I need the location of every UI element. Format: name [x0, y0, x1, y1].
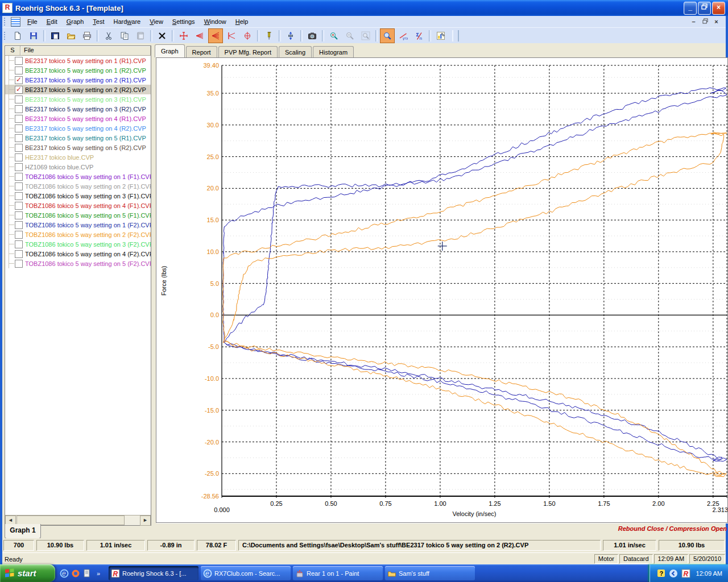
mdi-restore-button[interactable]	[700, 18, 710, 26]
file-row[interactable]: ✓BE2317 tokico 5 way setting on 2 (R1).C…	[5, 75, 151, 85]
file-row[interactable]: BE2317 tokico 5 way setting on 5 (R1).CV…	[5, 133, 151, 143]
file-checkbox[interactable]	[15, 163, 23, 171]
file-checkbox[interactable]	[15, 57, 23, 65]
hide-icons-chevron[interactable]	[669, 569, 678, 578]
menu-test[interactable]: Test	[88, 17, 109, 26]
file-checkbox[interactable]	[15, 211, 23, 219]
file-checkbox[interactable]	[15, 153, 23, 161]
new-document-button[interactable]	[10, 28, 25, 43]
file-row[interactable]: TOBZ1086 tokico 5 way setting on 5 (F2).…	[5, 259, 151, 268]
template-button[interactable]	[48, 28, 63, 43]
file-row[interactable]: BE2317 tokico 5 way setting on 1 (R2).CV…	[5, 65, 151, 75]
file-checkbox[interactable]	[15, 124, 23, 132]
tab-pvp-mfg-report[interactable]: PVP Mfg. Report	[218, 46, 278, 57]
curve-flag-button[interactable]	[224, 28, 239, 43]
file-row[interactable]: TOBZ1086 tokico 5 way setting on 1 (F2).…	[5, 220, 151, 230]
menu-graph[interactable]: Graph	[62, 17, 89, 26]
task-button[interactable]: eRX7Club.com - Searc...	[201, 566, 291, 580]
mdi-minimize-button[interactable]: –	[689, 18, 698, 26]
file-row[interactable]: TOBZ1086 tokico 5 way setting on 3 (F2).…	[5, 239, 151, 249]
file-row[interactable]: BE2317 tokico 5 way setting on 4 (R2).CV…	[5, 123, 151, 133]
file-checkbox[interactable]	[15, 202, 23, 210]
cut-button[interactable]	[101, 28, 116, 43]
curve-fan-button[interactable]	[192, 28, 207, 43]
tab-graph[interactable]: Graph	[155, 44, 185, 57]
menu-view[interactable]: View	[145, 17, 168, 26]
camera-button[interactable]	[305, 28, 320, 43]
menu-settings[interactable]: Settings	[168, 17, 200, 26]
curve-left-button[interactable]	[208, 28, 223, 43]
menu-hardware[interactable]: Hardware	[109, 17, 146, 26]
menu-file[interactable]: File	[23, 17, 42, 26]
help-badge-icon[interactable]: ?	[657, 569, 665, 577]
file-row[interactable]: BE2317 tokico 5 way setting on 3 (R2).CV…	[5, 104, 151, 114]
task-button[interactable]: Rear 1 on 1 - Paint	[293, 566, 383, 580]
file-checkbox[interactable]: ✓	[15, 86, 23, 94]
restore-button[interactable]	[698, 2, 711, 15]
magnify-button[interactable]	[380, 28, 395, 43]
menubar-grip[interactable]	[4, 18, 8, 26]
file-checkbox[interactable]	[15, 144, 23, 152]
file-row[interactable]: HE2317 tokico blue.CVP	[5, 152, 151, 162]
start-button[interactable]: start	[0, 564, 55, 582]
file-checkbox[interactable]	[15, 182, 23, 190]
file-checkbox[interactable]	[15, 173, 23, 181]
file-row[interactable]: TOBZ1086 tokico 5 way setting on 4 (F2).…	[5, 249, 151, 259]
roehrig-tray-icon[interactable]: R	[681, 569, 690, 578]
y-equals-x-button[interactable]: y=x	[396, 28, 411, 43]
save-button[interactable]	[26, 28, 41, 43]
circle-crosshair-button[interactable]	[240, 28, 255, 43]
tab-scaling[interactable]: Scaling	[279, 46, 312, 57]
file-row[interactable]: BE2317 tokico 5 way setting on 5 (R2).CV…	[5, 143, 151, 152]
file-checkbox[interactable]	[15, 240, 23, 248]
internet-explorer-icon[interactable]: e	[59, 567, 70, 580]
copy-button[interactable]	[117, 28, 132, 43]
file-row[interactable]: TOBZ1086 tokico 5 way setting on 5 (F1).…	[5, 210, 151, 220]
firefox-icon[interactable]	[70, 567, 81, 580]
document-icon[interactable]	[81, 567, 93, 580]
toolbar-overflow-grip[interactable]	[452, 30, 459, 41]
file-checkbox[interactable]	[15, 221, 23, 229]
file-row[interactable]: TOBZ1086 tokico 5 way setting on 1 (F1).…	[5, 172, 151, 181]
task-button[interactable]: RRoehrig Shock 6.3 - [...	[109, 566, 198, 580]
file-row[interactable]: HZ1069 tokico blue.CVP	[5, 162, 151, 172]
file-checkbox[interactable]	[15, 105, 23, 113]
tab-histogram[interactable]: Histogram	[313, 46, 354, 57]
file-row[interactable]: TOBZ1086 tokico 5 way setting on 2 (F2).…	[5, 230, 151, 239]
menu-window[interactable]: Window	[200, 17, 231, 26]
file-checkbox[interactable]	[15, 192, 23, 200]
file-checkbox[interactable]	[15, 250, 23, 258]
injector-button[interactable]	[262, 28, 276, 43]
file-row[interactable]: ✓BE2317 tokico 5 way setting on 2 (R2).C…	[5, 85, 151, 94]
print-button[interactable]	[80, 28, 94, 43]
bottom-tab-graph1[interactable]: Graph 1	[5, 524, 41, 539]
taskbar-clock[interactable]: 12:09 AM	[696, 570, 722, 577]
mdi-document-icon[interactable]	[11, 17, 20, 27]
quick-launch-overflow-chevron[interactable]: »	[93, 567, 104, 580]
file-row[interactable]: TOBZ1086 tokico 5 way setting on 3 (F1).…	[5, 191, 151, 201]
tab-report[interactable]: Report	[186, 46, 217, 57]
close-button[interactable]: ×	[712, 2, 725, 15]
gain-slider-button[interactable]	[283, 28, 298, 43]
file-row[interactable]: TOBZ1086 tokico 5 way setting on 4 (F1).…	[5, 201, 151, 210]
sigma-n-button[interactable]: Σn	[412, 28, 427, 43]
file-checkbox[interactable]	[15, 231, 23, 239]
zoom-window-button[interactable]	[358, 28, 373, 43]
toolbar-grip[interactable]	[4, 32, 8, 40]
delete-button[interactable]	[155, 28, 169, 43]
file-row[interactable]: BE2317 tokico 5 way setting on 1 (R1).CV…	[5, 56, 151, 65]
task-button[interactable]: Sam's stuff	[385, 566, 475, 580]
zoom-out-button[interactable]	[342, 28, 357, 43]
minimize-button[interactable]: _	[684, 2, 697, 15]
file-checkbox[interactable]: ✓	[15, 76, 23, 84]
crosshair-tool-button[interactable]	[176, 28, 191, 43]
graph-settings-button[interactable]	[433, 28, 448, 43]
open-folder-button[interactable]	[64, 28, 78, 43]
menu-help[interactable]: Help	[231, 17, 253, 26]
file-row[interactable]: TOBZ1086 tokico 5 way setting on 2 (F1).…	[5, 181, 151, 191]
scroll-right-arrow[interactable]: ►	[140, 516, 151, 526]
file-checkbox[interactable]	[15, 260, 23, 268]
paste-button[interactable]	[133, 28, 148, 43]
column-header-s[interactable]: S	[5, 46, 20, 56]
mdi-close-button[interactable]: ×	[712, 18, 721, 26]
